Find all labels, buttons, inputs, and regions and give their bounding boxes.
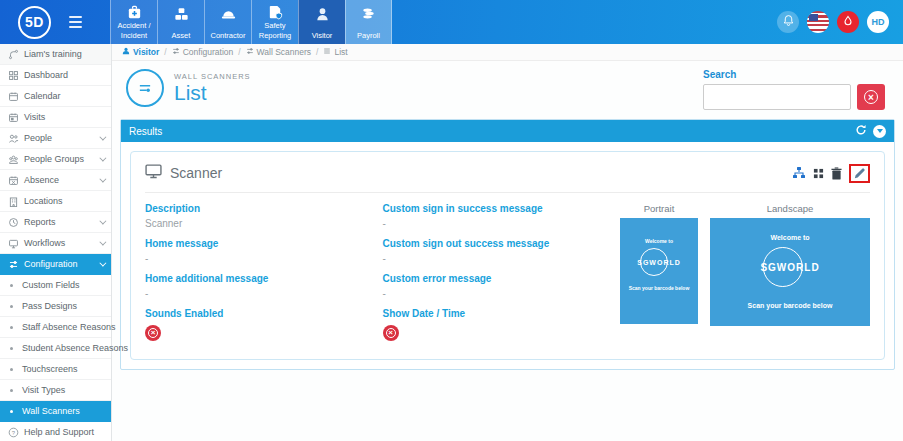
landscape-screen-preview: Welcome to SGWORLD Scan your barcode bel… [710, 218, 870, 326]
people-icon [7, 133, 19, 144]
field-value: - [145, 288, 383, 299]
breadcrumb-wall-scanners[interactable]: Wall Scanners [246, 47, 311, 57]
person-icon [314, 3, 331, 25]
fields-column-right: Custom sign in success message - Custom … [383, 203, 621, 347]
sidebar-item-label: Workflows [24, 238, 65, 248]
nav-safety-reporting[interactable]: Safety Reporting [251, 0, 298, 44]
alerts-button[interactable] [837, 11, 859, 33]
sidebar-item-student-absence-reasons[interactable]: Student Absence Reasons [0, 338, 111, 359]
bullet-icon [10, 326, 13, 329]
sidebar-item-visit-types[interactable]: Visit Types [0, 380, 111, 401]
nav-payroll[interactable]: Payroll [345, 0, 392, 44]
edit-highlight-box [849, 164, 870, 183]
bullet-icon [10, 347, 13, 350]
sidebar-item-label: Help and Support [24, 427, 94, 437]
document-shield-icon [267, 3, 284, 21]
grid-view-button[interactable] [813, 168, 824, 179]
nav-visitor[interactable]: Visitor [298, 0, 345, 44]
nav-label: Visitor [310, 25, 335, 44]
sidebar-item-wall-scanners[interactable]: Wall Scanners [0, 401, 111, 422]
sidebar-item-pass-designs[interactable]: Pass Designs [0, 296, 111, 317]
nav-label: Accident / Incident [111, 21, 157, 44]
chevron-down-icon [99, 217, 106, 224]
sidebar-item-label: Calendar [24, 91, 61, 101]
sidebar-item-staff-absence-reasons[interactable]: Staff Absence Reasons [0, 317, 111, 338]
delete-button[interactable] [831, 167, 842, 180]
fields-column-left: Description Scanner Home message - Home … [145, 203, 383, 347]
field-value: - [145, 253, 383, 264]
sidebar-item-people-groups[interactable]: People Groups [0, 149, 111, 170]
notifications-button[interactable] [777, 11, 799, 33]
breadcrumb-visitor[interactable]: Visitor [122, 47, 159, 57]
chevron-down-icon [99, 154, 106, 161]
sidebar-item-label: Visits [24, 112, 45, 122]
page-header: WALL SCANNERS List Search × [112, 61, 903, 114]
field-value: - [383, 218, 621, 229]
page-section-label: WALL SCANNERS [174, 72, 251, 81]
landscape-preview: Landscape Welcome to SGWORLD Scan your b… [710, 203, 870, 326]
sidebar-item-label: Dashboard [24, 70, 68, 80]
first-aid-icon [126, 3, 143, 21]
avatar-initials: HD [872, 17, 885, 27]
landscape-label: Landscape [767, 203, 813, 214]
breadcrumb-configuration[interactable]: Configuration [172, 47, 234, 57]
language-flag-button[interactable] [807, 11, 829, 33]
sidebar-item-label: Reports [24, 217, 56, 227]
menu-toggle-icon[interactable] [69, 16, 82, 28]
edit-button[interactable] [853, 167, 866, 180]
hard-hat-icon [220, 3, 237, 25]
person-icon [122, 47, 130, 57]
sitemap-button[interactable] [792, 166, 806, 180]
sidebar-item-label: Student Absence Reasons [22, 343, 128, 353]
sidebar-item-reports[interactable]: Reports [0, 212, 111, 233]
field-value: - [383, 253, 621, 264]
search-input[interactable] [703, 84, 851, 110]
sidebar-item-absence[interactable]: Absence [0, 170, 111, 191]
clear-search-button[interactable]: × [857, 84, 885, 110]
main-content: Visitor / Configuration / Wall Scanners … [112, 44, 903, 441]
sidebar-item-training[interactable]: Liam's training [0, 44, 111, 65]
breadcrumb: Visitor / Configuration / Wall Scanners … [112, 44, 903, 61]
module-nav: Accident / Incident Asset Contractor Saf… [110, 0, 392, 44]
chevron-down-icon [99, 238, 106, 245]
sidebar-item-locations[interactable]: Locations [0, 191, 111, 212]
sounds-enabled-off-icon: × [145, 325, 161, 341]
sidebar-item-visits[interactable]: Visits [0, 107, 111, 128]
sidebar-item-dashboard[interactable]: Dashboard [0, 65, 111, 86]
sliders-icon [7, 259, 19, 270]
sidebar-item-touchscreens[interactable]: Touchscreens [0, 359, 111, 380]
field-label: Sounds Enabled [145, 308, 383, 319]
chevron-down-icon [99, 133, 106, 140]
monitor-icon [145, 164, 162, 183]
portrait-screen-preview: Welcome to SGWORLD Scan your barcode bel… [620, 218, 698, 324]
results-title: Results [129, 126, 162, 137]
circle-x-icon: × [864, 90, 878, 104]
sidebar-item-workflows[interactable]: Workflows [0, 233, 111, 254]
chevron-down-icon [877, 129, 883, 133]
user-avatar[interactable]: HD [867, 11, 889, 33]
collapse-panel-button[interactable] [873, 125, 886, 138]
sidebar-item-calendar[interactable]: Calendar [0, 86, 111, 107]
top-bar: 5D Accident / Incident Asset Contractor [0, 0, 903, 44]
sidebar-item-custom-fields[interactable]: Custom Fields [0, 275, 111, 296]
top-right-icons: HD [777, 0, 903, 44]
clock-icon [7, 217, 19, 228]
nav-contractor[interactable]: Contractor [204, 0, 251, 44]
sidebar-item-people[interactable]: People [0, 128, 111, 149]
field-label: Custom sign out success message [383, 238, 621, 249]
sidebar-item-label: Configuration [24, 259, 78, 269]
app-logo[interactable]: 5D [18, 6, 51, 39]
nav-accident-incident[interactable]: Accident / Incident [110, 0, 157, 44]
breadcrumb-list[interactable]: List [323, 47, 347, 57]
scanner-card: Scanner [130, 151, 885, 360]
sidebar-item-configuration[interactable]: Configuration [0, 254, 111, 275]
sidebar-item-label: Absence [24, 175, 59, 185]
calendar-x-icon [7, 175, 19, 186]
field-label: Custom sign in success message [383, 203, 621, 214]
refresh-button[interactable] [855, 124, 867, 138]
question-circle-icon: ? [7, 427, 19, 438]
portrait-preview: Portrait Welcome to SGWORLD Scan your ba… [620, 203, 698, 324]
boxes-icon [173, 3, 190, 25]
nav-asset[interactable]: Asset [157, 0, 204, 44]
sidebar-item-help-support[interactable]: ? Help and Support [0, 422, 111, 441]
